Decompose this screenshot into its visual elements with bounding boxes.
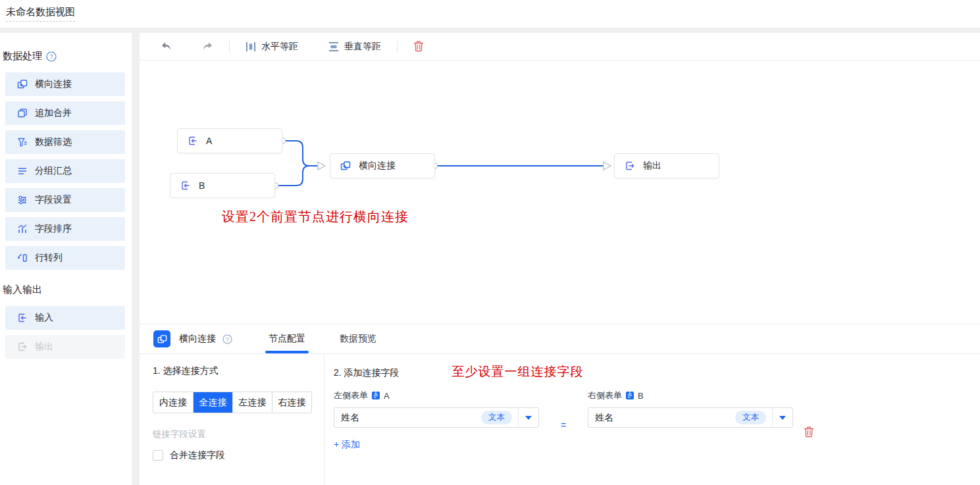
sidebar-item-label: 输入 [35, 312, 53, 324]
join-type-full-button[interactable]: 全连接 [193, 392, 232, 413]
left-table-label: 左侧表单 [334, 390, 368, 401]
join-type-left-button[interactable]: 左连接 [232, 392, 272, 413]
join-type-inner-button[interactable]: 内连接 [153, 392, 193, 413]
help-icon[interactable]: ? [46, 51, 57, 62]
redo-icon [202, 41, 213, 51]
merge-join-fields-row[interactable]: 合并连接字段 [153, 449, 324, 461]
node-label: A [206, 136, 212, 146]
right-field-dropdown[interactable] [772, 408, 792, 427]
window-titlebar: 未命名数据视图 [0, 0, 980, 28]
redo-button[interactable] [198, 39, 217, 54]
canvas-annotation: 设置2个前置节点进行横向连接 [222, 208, 409, 226]
header-separator [0, 28, 980, 33]
panel-tabs: 节点配置 数据预览 [265, 324, 407, 353]
merge-join-fields-checkbox[interactable] [153, 450, 163, 461]
sidebar-item-field-sort[interactable]: 字段排序 [5, 217, 125, 241]
distribute-horizontal-icon [245, 41, 256, 52]
sidebar-item-join[interactable]: 横向连接 [5, 72, 125, 96]
right-table-label: 右侧表单 [588, 390, 622, 401]
link-field-settings-label: 链接字段设置 [153, 428, 324, 440]
right-field-select[interactable]: 姓名 文本 [588, 407, 793, 428]
delete-node-button[interactable] [409, 38, 428, 55]
undo-button[interactable] [157, 39, 176, 54]
node-output[interactable]: 输出 [614, 153, 719, 178]
input-icon [188, 136, 198, 146]
distribute-vertical-button[interactable]: 垂直等距 [324, 38, 385, 55]
join-icon [340, 161, 351, 171]
sidebar-item-label: 行转列 [35, 252, 63, 264]
trash-icon [804, 426, 814, 438]
distribute-vertical-label: 垂直等距 [344, 41, 381, 53]
field-settings-icon [17, 195, 28, 205]
edge-arrowhead [604, 162, 611, 170]
output-icon [17, 342, 28, 352]
join-icon [17, 79, 28, 89]
sidebar-gap [132, 33, 140, 485]
doc-title[interactable]: 未命名数据视图 [6, 6, 75, 22]
node-input-b[interactable]: B [170, 173, 275, 198]
output-icon [625, 161, 635, 171]
sidebar-item-field-settings[interactable]: 字段设置 [5, 188, 125, 212]
sidebar-section-title: 数据处理 [3, 50, 42, 63]
left-field-dropdown[interactable] [518, 408, 538, 427]
sidebar: 数据处理 ? 横向连接 追加合并 数据筛选 分组汇总 字段设置 字段排序 [0, 33, 132, 485]
add-field-button[interactable]: + 添加 [334, 439, 360, 451]
join-fields-annotation: 至少设置一组连接字段 [452, 363, 584, 380]
sidebar-item-input[interactable]: 输入 [5, 306, 125, 330]
right-field-value: 姓名 [595, 412, 613, 424]
distribute-vertical-icon [328, 41, 339, 52]
form-icon [625, 391, 634, 400]
sidebar-item-output: 输出 [5, 335, 125, 359]
delete-field-row-button[interactable] [804, 390, 814, 451]
node-label: 横向连接 [359, 160, 396, 172]
help-icon[interactable]: ? [222, 334, 232, 344]
chevron-down-icon [525, 416, 532, 420]
distribute-horizontal-label: 水平等距 [261, 41, 298, 53]
node-input-a[interactable]: A [177, 128, 282, 153]
field-sort-icon [17, 224, 28, 234]
right-table-name: B [638, 391, 644, 401]
field-type-badge: 文本 [735, 411, 766, 424]
sidebar-item-label: 输出 [35, 341, 53, 353]
sidebar-item-append-merge[interactable]: 追加合并 [5, 101, 125, 125]
join-fields-section: 2. 添加连接字段 至少设置一组连接字段 左侧表单 A 姓名 [324, 354, 980, 485]
sidebar-item-label: 分组汇总 [35, 165, 72, 177]
edge-b-to-join [275, 166, 317, 186]
flow-canvas[interactable]: A B 横向连接 输出 设置2个前置节点进行横向连接 [140, 61, 980, 324]
node-label: 输出 [643, 160, 661, 172]
field-type-badge: 文本 [481, 411, 512, 424]
node-config-panel: 横向连接 ? 节点配置 数据预览 1. 选择连接方式 内连接 全连接 左连接 右… [140, 324, 980, 485]
sidebar-section-title-io: 输入输出 [0, 284, 132, 296]
chevron-down-icon [779, 416, 786, 420]
form-icon [371, 391, 380, 400]
node-label: B [199, 180, 205, 191]
left-field-value: 姓名 [341, 412, 359, 424]
equals-sign: = [539, 390, 588, 451]
input-icon [180, 180, 191, 191]
filter-icon [17, 137, 28, 147]
svg-text:?: ? [49, 53, 53, 60]
sidebar-item-label: 横向连接 [35, 78, 72, 90]
join-type-section: 1. 选择连接方式 内连接 全连接 左连接 右连接 链接字段设置 合并连接字段 [140, 354, 324, 485]
sidebar-item-pivot[interactable]: 行转列 [5, 246, 125, 270]
tab-data-preview[interactable]: 数据预览 [336, 324, 380, 353]
distribute-horizontal-button[interactable]: 水平等距 [242, 38, 302, 55]
group-summarize-icon [17, 166, 28, 176]
panel-title: 横向连接 [179, 333, 216, 345]
merge-join-fields-label: 合并连接字段 [170, 449, 225, 461]
sidebar-item-filter[interactable]: 数据筛选 [5, 130, 125, 154]
edge-arrowhead [318, 162, 325, 170]
join-node-icon [153, 330, 170, 347]
tab-node-config[interactable]: 节点配置 [265, 324, 309, 353]
svg-text:?: ? [226, 336, 229, 342]
sidebar-item-group-summarize[interactable]: 分组汇总 [5, 159, 125, 183]
append-merge-icon [17, 108, 28, 118]
sidebar-item-label: 字段设置 [35, 194, 72, 206]
node-join[interactable]: 横向连接 [330, 153, 435, 178]
join-type-right-button[interactable]: 右连接 [272, 392, 311, 413]
edge-a-to-join [282, 141, 317, 166]
join-type-button-group: 内连接 全连接 左连接 右连接 [153, 392, 312, 413]
left-field-select[interactable]: 姓名 文本 [334, 407, 539, 428]
pivot-icon [17, 253, 28, 263]
canvas-toolbar: 水平等距 垂直等距 [140, 33, 980, 61]
